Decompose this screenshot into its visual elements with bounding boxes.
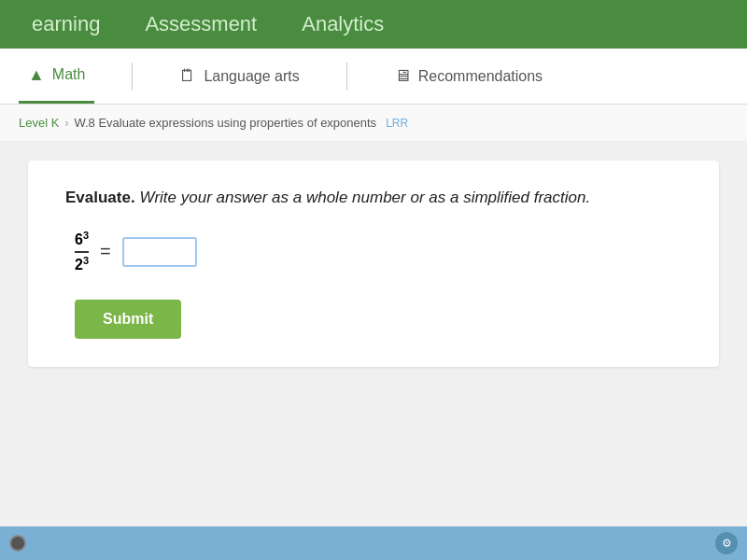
nav-label-analytics: Analytics xyxy=(302,12,384,35)
denominator-exponent: 3 xyxy=(83,255,89,266)
top-nav-items: earning Assessment Analytics xyxy=(9,3,406,46)
nav-item-analytics[interactable]: Analytics xyxy=(279,3,406,46)
breadcrumb-tag: LRR xyxy=(386,117,408,130)
taskbar-left xyxy=(9,535,26,552)
taskbar-system-icon[interactable]: ⚙ xyxy=(715,532,738,554)
math-icon: ▲ xyxy=(28,65,45,85)
submit-button[interactable]: Submit xyxy=(75,300,181,339)
answer-input[interactable] xyxy=(122,237,197,267)
equals-sign: = xyxy=(100,241,111,262)
subnav-label-language-arts: Language arts xyxy=(204,68,299,85)
fraction-display: 63 23 xyxy=(75,230,89,273)
subnav-label-math: Math xyxy=(52,66,86,83)
sub-navigation: ▲ Math 🗒 Language arts 🖥 Recommendations xyxy=(0,49,747,105)
numerator-exponent: 3 xyxy=(83,230,89,241)
breadcrumb: Level K › W.8 Evaluate expressions using… xyxy=(0,105,747,142)
breadcrumb-level[interactable]: Level K xyxy=(19,116,59,130)
recommendations-icon: 🖥 xyxy=(394,66,411,86)
nav-separator-2 xyxy=(346,63,347,91)
nav-label-assessment: Assessment xyxy=(145,12,257,35)
nav-separator-1 xyxy=(132,63,133,91)
subnav-item-math[interactable]: ▲ Math xyxy=(19,49,94,104)
taskbar: ⚙ xyxy=(0,526,747,560)
fraction-numerator: 63 xyxy=(75,230,89,249)
instruction-rest: Write your answer as a whole number or a… xyxy=(135,189,591,206)
nav-item-learning[interactable]: earning xyxy=(9,3,122,46)
problem-instruction: Evaluate. Write your answer as a whole n… xyxy=(65,189,682,207)
taskbar-right: ⚙ xyxy=(715,532,738,554)
main-content: Evaluate. Write your answer as a whole n… xyxy=(28,161,719,367)
fraction-line xyxy=(75,251,89,253)
taskbar-start-button[interactable] xyxy=(9,535,26,552)
breadcrumb-chevron: › xyxy=(64,117,68,130)
fraction-denominator: 23 xyxy=(75,255,89,274)
fraction-equation: 63 23 = xyxy=(75,230,682,273)
breadcrumb-page: W.8 Evaluate expressions using propertie… xyxy=(74,116,376,130)
instruction-bold: Evaluate. xyxy=(65,189,135,206)
subnav-item-language-arts[interactable]: 🗒 Language arts xyxy=(170,49,308,104)
subnav-item-recommendations[interactable]: 🖥 Recommendations xyxy=(385,49,552,104)
language-arts-icon: 🗒 xyxy=(179,66,196,86)
nav-item-assessment[interactable]: Assessment xyxy=(122,3,279,46)
subnav-label-recommendations: Recommendations xyxy=(418,68,543,85)
top-navigation: earning Assessment Analytics xyxy=(0,0,747,49)
nav-label-learning: earning xyxy=(32,12,100,35)
